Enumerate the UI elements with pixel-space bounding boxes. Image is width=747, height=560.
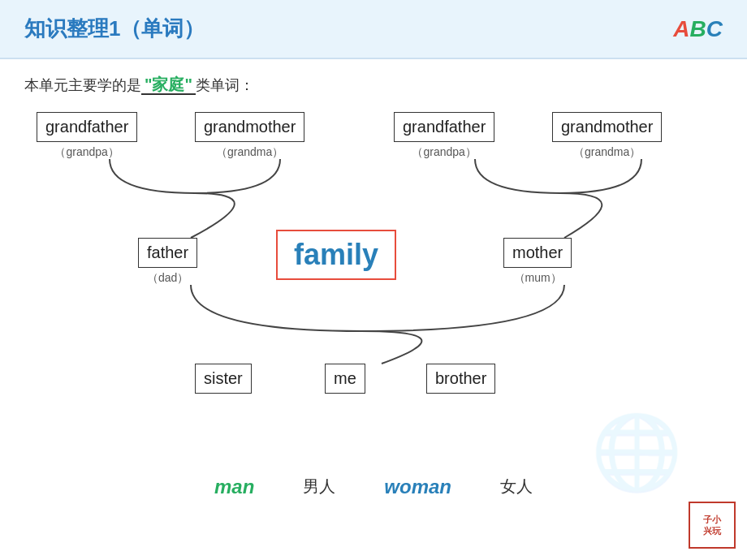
me-word: me [334, 369, 356, 388]
abc-logo: ABC [673, 16, 723, 42]
man-chinese: 男人 [303, 476, 335, 498]
grandfather-left-node: grandfather （grandpa） [37, 112, 137, 160]
grandmother-left-word: grandmother [204, 118, 296, 136]
grandfather-left-box: grandfather [37, 112, 137, 142]
mother-alt: （mum） [514, 271, 562, 286]
family-diagram: grandfather （grandpa） grandmother （grand… [24, 112, 723, 461]
vocab-row: man 男人 woman 女人 [24, 476, 723, 498]
brother-box: brother [426, 364, 495, 394]
main-content: 本单元主要学的是"家庭"类单词： grandfather （grandpa） [0, 59, 747, 506]
connector-lines [24, 112, 723, 461]
abc-b: B [690, 16, 706, 41]
father-box: father [138, 238, 197, 268]
family-box: family [276, 230, 396, 280]
father-alt: （dad） [147, 271, 188, 286]
mother-box: mother [503, 238, 572, 268]
me-node: me [325, 364, 365, 394]
abc-c: C [706, 16, 723, 41]
man-english: man [214, 476, 254, 498]
grandfather-left-word: grandfather [45, 118, 128, 136]
family-node: family [276, 230, 396, 280]
grandfather-left-alt: （grandpa） [54, 145, 119, 160]
brother-node: brother [426, 364, 495, 394]
sister-word: sister [204, 369, 243, 388]
sister-box: sister [195, 364, 252, 394]
grandmother-right-alt: （grandma） [573, 145, 641, 160]
grandmother-left-box: grandmother [195, 112, 304, 142]
abc-a: A [673, 16, 689, 41]
stamp: 子小 兴玩 [689, 502, 736, 549]
stamp-line1: 子小 [703, 514, 721, 525]
mother-word: mother [512, 243, 563, 262]
intro-prefix: 本单元主要学的是 [24, 77, 141, 93]
grandfather-right-box: grandfather [394, 112, 494, 142]
family-word: family [294, 238, 378, 272]
grandfather-right-word: grandfather [403, 118, 486, 136]
intro-highlight: "家庭" [141, 75, 196, 95]
header: 知识整理1（单词） ABC [0, 0, 747, 59]
grandmother-right-box: grandmother [552, 112, 662, 142]
stamp-line2: 兴玩 [703, 525, 721, 536]
woman-chinese: 女人 [500, 476, 533, 498]
me-box: me [325, 364, 365, 394]
intro-line: 本单元主要学的是"家庭"类单词： [24, 74, 723, 96]
page-title: 知识整理1（单词） [24, 15, 205, 43]
grandmother-left-node: grandmother （grandma） [195, 112, 304, 160]
intro-suffix: 类单词： [196, 77, 254, 93]
mother-node: mother （mum） [503, 238, 572, 286]
father-node: father （dad） [138, 238, 197, 286]
grandfather-right-alt: （grandpa） [412, 145, 476, 160]
grandmother-left-alt: （grandma） [216, 145, 283, 160]
grandfather-right-node: grandfather （grandpa） [394, 112, 494, 160]
father-word: father [147, 243, 188, 262]
grandmother-right-node: grandmother （grandma） [552, 112, 662, 160]
grandmother-right-word: grandmother [561, 118, 653, 136]
brother-word: brother [435, 369, 486, 388]
sister-node: sister [195, 364, 252, 394]
woman-english: woman [384, 476, 451, 498]
